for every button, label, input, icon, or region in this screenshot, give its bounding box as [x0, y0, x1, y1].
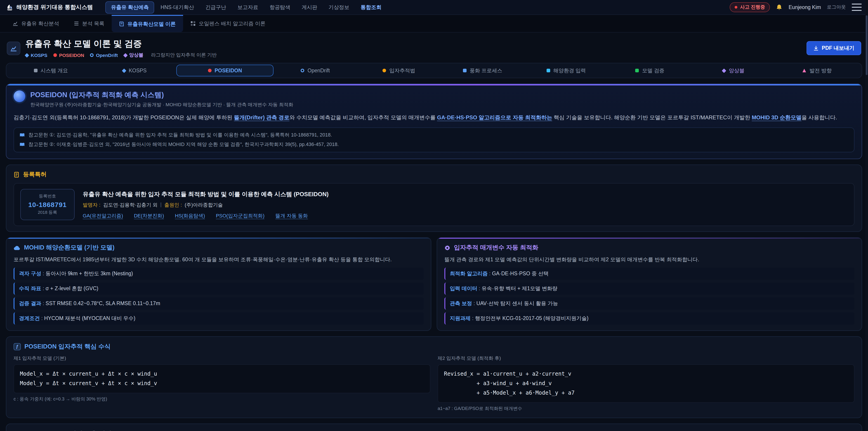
grid-icon — [190, 21, 195, 26]
logout-button[interactable]: 로그아웃 — [827, 4, 846, 10]
reference-item: 참고문헌 ②: 이재호·임병준·김도연 외, "2016년 동아시아 해역의 M… — [20, 142, 848, 148]
tag-hs[interactable]: HS(화음탐색) — [175, 212, 205, 219]
references-box: 참고문헌 ①: 김도연·김용학, "유출유 확산 예측을 위한 입자 추적 모듈… — [13, 128, 855, 153]
nav-item-oil-spill-prediction[interactable]: 유출유 확산예측 — [105, 1, 154, 13]
patent-title: 유출유 확산 예측을 위한 입자 추적 모듈 최적화 방법 및 이를 이용한 예… — [83, 190, 329, 198]
book-icon — [119, 21, 124, 27]
badge-opendrift: OpenDrift — [90, 53, 118, 58]
tab-oilfence-algorithm-theory[interactable]: 오일펜스 배치 알고리즘 이론 — [183, 15, 273, 32]
tag-drifter-assimilation[interactable]: 뜰개 자동 동화 — [275, 212, 308, 219]
badge-kosps: KOSPS — [25, 53, 48, 58]
optimization-description: 뜰개 관측 경로와 제1 모델 예측값의 단위시간별 변화량을 비교하여 제2 … — [444, 256, 855, 264]
menu-icon[interactable] — [852, 4, 862, 11]
section-tab-future[interactable]: 발전 방향 — [775, 63, 859, 78]
formula-model1: 제1 입자추적 모델 (기본) Model_x = Δt × current_u… — [13, 355, 430, 412]
page-header: 유출유 확산 모델 이론 및 검증 KOSPS POSEIDON OpenDri… — [7, 38, 861, 58]
spec-row-input-data: 입력 데이터유속·유향 벡터 + 제1모델 변화량 — [444, 282, 855, 295]
section-tab-overview[interactable]: 시스템 개요 — [9, 63, 93, 78]
ocean-input-icon — [547, 69, 550, 72]
tab-label: 유출유 확산분석 — [21, 20, 59, 27]
formula-model2-label: 제2 입자추적 모델 (최적화 후) — [438, 355, 855, 362]
pdf-button-label: PDF 내보내기 — [822, 45, 855, 52]
spec-row-validation: 검증 결과SST RMSE 0.42~0.78°C, SLA RMSE 0.11… — [13, 298, 424, 310]
tab-model-theory[interactable]: 유출유확산모델 이론 — [112, 15, 183, 32]
optimization-spec-list: 최적화 알고리즘GA·DE·HS·PSO 중 선택 입력 데이터유속·유향 벡터… — [444, 268, 855, 325]
nav-item-integrated-search[interactable]: 통합조회 — [356, 2, 386, 13]
nav-item-reports[interactable]: 보고자료 — [232, 2, 264, 13]
section-tab-kosps[interactable]: KOSPS — [93, 63, 176, 78]
tab-analysis-list[interactable]: 분석 목록 — [66, 15, 112, 32]
tag-de[interactable]: DE(차분진화) — [134, 212, 164, 219]
patent-section-header: 등록특허 — [13, 171, 855, 179]
spec-row-algorithm: 최적화 알고리즘GA·DE·HS·PSO 중 선택 — [444, 268, 855, 280]
nav-item-emergency-rescue[interactable]: 긴급구난 — [200, 2, 231, 13]
download-icon — [813, 45, 819, 51]
book-icon — [20, 133, 25, 138]
book-icon — [20, 142, 25, 148]
spec-row-observation: 관측 보정UAV·선박 탐지 센서 동시 활용 가능 — [444, 298, 855, 310]
page-icon-chip — [7, 41, 20, 55]
incident-label: 사고 진행중 — [740, 4, 765, 10]
section-tab-ocean-input[interactable]: 해양환경 입력 — [524, 63, 608, 78]
parameter-optimization-card: 입자추적 매개변수 자동 최적화 뜰개 관측 경로와 제1 모델 예측값의 단위… — [437, 238, 862, 331]
logo-text: 해양환경 위기대응 통합시스템 — [16, 3, 93, 11]
tab-label: 분석 목록 — [82, 20, 104, 27]
bell-icon[interactable] — [776, 4, 783, 11]
patent-doc-icon — [13, 172, 20, 178]
formula-model1-label: 제1 입자추적 모델 (기본) — [13, 355, 430, 362]
section-tab-opendrift[interactable]: OpenDrift — [274, 63, 357, 78]
scrollbar[interactable] — [865, 0, 868, 431]
badge-row: KOSPS POSEIDON OpenDrift 앙상블 라그랑지안 입자추적 … — [25, 52, 217, 58]
nav-item-board[interactable]: 게시판 — [297, 2, 322, 13]
poseidon-orb-icon — [13, 90, 25, 102]
section-tab-validation[interactable]: 모델 검증 — [608, 63, 692, 78]
optimization-title: 입자추적 매개변수 자동 최적화 — [454, 244, 538, 252]
poseidon-header: POSEIDON (입자추적 최적화 예측 시스템) 한국해양연구원·(주)아라… — [13, 90, 855, 108]
scrollbar-thumb[interactable] — [866, 16, 868, 75]
spec-row-vertical: 수직 좌표σ + Z-level 혼합 (GVC) — [13, 282, 424, 295]
nav-item-hns-atmosphere[interactable]: HNS·대기확산 — [156, 2, 199, 13]
red-dot-icon — [53, 53, 57, 57]
sailboat-logo-icon — [6, 4, 13, 11]
tag-ga[interactable]: GA(유전알고리즘) — [83, 212, 123, 219]
inventor-label: 발명자 : — [83, 202, 100, 208]
patent-registration-box: 등록번호 10-1868791 2018 등록 — [20, 189, 74, 220]
reference-text: 참고문헌 ①: 김도연·김용학, "유출유 확산 예측을 위한 입자 추적 모듈… — [29, 132, 332, 138]
operations-title: POSEIDON_V2 상시 운용 체계 — [24, 430, 112, 431]
section-tab-ensemble[interactable]: 앙상블 — [692, 63, 775, 78]
tag-pso[interactable]: PSO(입자군집최적화) — [216, 212, 265, 219]
formula-icon: ƒ — [13, 343, 21, 350]
doc-chart-icon — [10, 44, 17, 52]
section-tab-particle-tracking[interactable]: 입자추적법 — [357, 63, 441, 78]
overview-icon — [34, 69, 37, 72]
section-tab-weathering[interactable]: 풍화 프로세스 — [441, 63, 524, 78]
formula-header: ƒ POSEIDON 입자추적 핵심 수식 — [13, 343, 855, 351]
badge-ensemble: 앙상블 — [124, 52, 143, 58]
separator: | — [160, 202, 162, 208]
blue-ring-icon — [90, 53, 94, 57]
mohid-description: 포르투갈 IST/MARETEC에서 1985년부터 개발한 3D 수치 해양순… — [13, 256, 424, 264]
badge-poseidon: POSEIDON — [53, 53, 84, 58]
weathering-icon — [463, 69, 467, 72]
patent-tags: GA(유전알고리즘) DE(차분진화) HS(화음탐색) PSO(입자군집최적화… — [83, 212, 329, 219]
formula-title: POSEIDON 입자추적 핵심 수식 — [24, 343, 111, 351]
app-viewport: 해양환경 위기대응 통합시스템 유출유 확산예측 HNS·대기확산 긴급구난 보… — [0, 0, 868, 431]
purple-diamond-icon — [123, 53, 127, 57]
section-tab-poseidon[interactable]: POSEIDON — [176, 65, 274, 76]
tab-diffusion-analysis[interactable]: 유출유 확산분석 — [5, 15, 66, 32]
particle-dot-icon — [382, 69, 386, 72]
nav-item-aerial-search[interactable]: 항공탐색 — [265, 2, 296, 13]
spec-row-grid: 격자 구성동아시아 9km + 한반도 3km (Nesting) — [13, 268, 424, 280]
nav-item-weather[interactable]: 기상정보 — [324, 2, 354, 13]
user-name: Eunjeong Kim — [789, 4, 821, 10]
list-icon — [73, 21, 79, 26]
patent-section-title: 등록특허 — [23, 171, 46, 179]
patent-meta: 발명자 : 김도연·김용학·김충기 외 | 출원인 : (주)아라종합기술 — [83, 202, 329, 208]
inventors: 김도연·김용학·김충기 외 — [103, 202, 158, 208]
diamond-icon — [25, 53, 29, 57]
patent-card: 등록번호 10-1868791 2018 등록 유출유 확산 예측을 위한 입자… — [13, 183, 855, 226]
formula-model2-code: Revised_x = a1·current_u + a2·current_v … — [438, 364, 855, 403]
ensemble-sparkle-icon — [722, 68, 726, 73]
incident-status-badge[interactable]: 사고 진행중 — [730, 2, 770, 12]
pdf-export-button[interactable]: PDF 내보내기 — [807, 41, 861, 55]
